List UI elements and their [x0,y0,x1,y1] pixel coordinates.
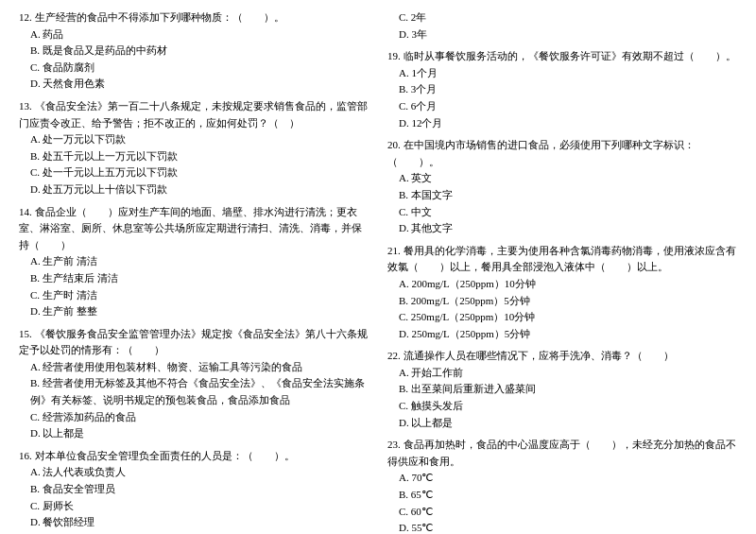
option-22-d: D. 以上都是 [387,415,737,432]
question-13-text: 13. 《食品安全法》第一百二十八条规定，未按规定要求销售食品的，监管部门应责令… [19,98,369,131]
option-15-a: A. 经营者使用使用包装材料、物资、运输工具等污染的食品 [19,359,369,376]
question-18-cont: C. 2年 D. 3年 [387,9,737,43]
option-12-a: A. 药品 [19,26,369,43]
option-23-d: D. 55℃ [387,520,737,534]
question-23-text: 23. 食品再加热时，食品的中心温度应高于（ ），未经充分加热的食品不得供应和食… [387,437,737,470]
option-15-b: B. 经营者使用无标签及其他不符合《食品安全法》、《食品安全法实施条例》有关标签… [19,375,369,408]
option-20-d: D. 其他文字 [387,220,737,237]
option-20-c: C. 中文 [387,204,737,221]
option-22-c: C. 触摸头发后 [387,398,737,415]
option-13-a: A. 处一万元以下罚款 [19,131,369,148]
option-23-a: A. 70℃ [387,470,737,487]
option-18-d: D. 3年 [387,26,737,43]
option-20-b: B. 本国文字 [387,187,737,204]
option-22-b: B. 出至菜间后重新进入盛菜间 [387,381,737,398]
left-column: 12. 生产经营的食品中不得添加下列哪种物质：（ ）。 A. 药品 B. 既是食… [19,9,369,534]
question-23: 23. 食品再加热时，食品的中心温度应高于（ ），未经充分加热的食品不得供应和食… [387,437,737,534]
option-19-a: A. 1个月 [387,65,737,82]
option-19-b: B. 3个月 [387,81,737,98]
question-22: 22. 流通操作人员在哪些情况下，应将手洗净、消毒？（ ） A. 开始工作前 B… [387,348,737,431]
option-12-d: D. 天然食用色素 [19,76,369,93]
question-16-text: 16. 对本单位食品安全管理负全面责任的人员是：（ ）。 [19,448,369,465]
option-21-b: B. 200mg/L（250ppm）5分钟 [387,293,737,310]
question-16: 16. 对本单位食品安全管理负全面责任的人员是：（ ）。 A. 法人代表或负责人… [19,448,369,531]
option-22-a: A. 开始工作前 [387,365,737,382]
option-16-b: B. 食品安全管理员 [19,481,369,498]
option-18-c: C. 2年 [387,9,737,26]
question-15-text: 15. 《餐饮服务食品安全监管管理办法》规定按《食品安全法》第八十六条规定予以处… [19,326,369,359]
question-20: 20. 在中国境内市场销售的进口食品，必须使用下列哪种文字标识：（ ）。 A. … [387,137,737,237]
question-22-text: 22. 流通操作人员在哪些情况下，应将手洗净、消毒？（ ） [387,348,737,365]
question-12-text: 12. 生产经营的食品中不得添加下列哪种物质：（ ）。 [19,9,369,26]
option-16-a: A. 法人代表或负责人 [19,464,369,481]
question-15: 15. 《餐饮服务食品安全监管管理办法》规定按《食品安全法》第八十六条规定予以处… [19,326,369,442]
option-14-b: B. 生产结束后 清洁 [19,270,369,287]
question-21-text: 21. 餐用具的化学消毒，主要为使用各种含氯消毒药物消毒，使用液浓应含有效氯（ … [387,243,737,276]
question-21: 21. 餐用具的化学消毒，主要为使用各种含氯消毒药物消毒，使用液浓应含有效氯（ … [387,243,737,343]
option-15-c: C. 经营添加药品的食品 [19,409,369,426]
option-21-c: C. 250mg/L（250ppm）10分钟 [387,309,737,326]
question-20-text: 20. 在中国境内市场销售的进口食品，必须使用下列哪种文字标识：（ ）。 [387,137,737,170]
option-14-c: C. 生产时 清洁 [19,287,369,304]
option-14-d: D. 生产前 整整 [19,303,369,320]
page-content: 12. 生产经营的食品中不得添加下列哪种物质：（ ）。 A. 药品 B. 既是食… [19,9,737,534]
option-20-a: A. 英文 [387,170,737,187]
option-12-c: C. 食品防腐剂 [19,60,369,77]
option-13-d: D. 处五万元以上十倍以下罚款 [19,181,369,198]
right-column: C. 2年 D. 3年 19. 临时从事餐饮服务活动的，《餐饮服务许可证》有效期… [387,9,737,534]
option-12-b: B. 既是食品又是药品的中药材 [19,43,369,60]
option-16-d: D. 餐饮部经理 [19,514,369,531]
option-13-c: C. 处一千元以上五万元以下罚款 [19,164,369,181]
option-19-d: D. 12个月 [387,115,737,132]
option-19-c: C. 6个月 [387,98,737,115]
option-23-c: C. 60℃ [387,504,737,521]
option-21-d: D. 250mg/L（250ppm）5分钟 [387,326,737,343]
question-19: 19. 临时从事餐饮服务活动的，《餐饮服务许可证》有效期不超过（ ）。 A. 1… [387,48,737,131]
option-23-b: B. 65℃ [387,487,737,504]
question-19-text: 19. 临时从事餐饮服务活动的，《餐饮服务许可证》有效期不超过（ ）。 [387,48,737,65]
question-13: 13. 《食品安全法》第一百二十八条规定，未按规定要求销售食品的，监管部门应责令… [19,98,369,198]
option-16-c: C. 厨师长 [19,498,369,515]
option-15-d: D. 以上都是 [19,425,369,442]
question-14-text: 14. 食品企业（ ）应对生产车间的地面、墙壁、排水沟进行清洗；更衣室、淋浴室、… [19,204,369,254]
option-13-b: B. 处五千元以上一万元以下罚款 [19,148,369,165]
option-21-a: A. 200mg/L（250ppm）10分钟 [387,276,737,293]
option-14-a: A. 生产前 清洁 [19,253,369,270]
question-12: 12. 生产经营的食品中不得添加下列哪种物质：（ ）。 A. 药品 B. 既是食… [19,9,369,93]
question-14: 14. 食品企业（ ）应对生产车间的地面、墙壁、排水沟进行清洗；更衣室、淋浴室、… [19,204,369,320]
